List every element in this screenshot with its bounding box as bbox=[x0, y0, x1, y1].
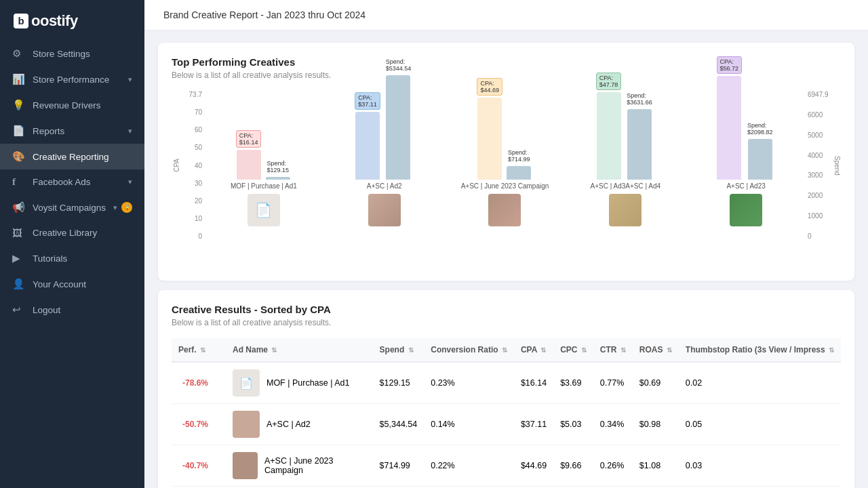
cpa-bar-2: CPA:$37.11 bbox=[355, 92, 380, 180]
creative-results-subtitle: Below is a list of all creative analysis… bbox=[172, 318, 841, 327]
perf-badge: -50.7% bbox=[178, 418, 212, 430]
sidebar-item-creative-library[interactable]: 🖼 Creative Library bbox=[0, 220, 144, 245]
conversion-cell: 0.22% bbox=[424, 445, 514, 487]
reports-icon: 📄 bbox=[12, 125, 26, 137]
logout-icon: ↩ bbox=[12, 304, 26, 316]
sidebar-item-label: Revenue Drivers bbox=[33, 100, 132, 110]
chart-bars-container: CPA:$16.14 Spend:$129.15 MOF | Purchase … bbox=[205, 91, 805, 267]
thumbstop-cell: 0.03 bbox=[679, 445, 841, 487]
chart-group-5: CPA:$56.72 Spend:$2098.82 A+SC | Ad23 bbox=[687, 58, 805, 226]
chart-group-4: CPA:$47.78 Spend:$3631.66 A+SC | Ad3A+SC… bbox=[566, 58, 684, 226]
perf-cell: -40.7% bbox=[172, 445, 226, 487]
sidebar-item-store-performance[interactable]: 📊 Store Performance ▾ bbox=[0, 66, 144, 92]
chart-thumb-4 bbox=[609, 194, 642, 226]
store-performance-icon: 📊 bbox=[12, 73, 26, 85]
cpc-cell: $5.03 bbox=[553, 404, 593, 445]
cpa-bar-3: CPA:$44.69 bbox=[477, 78, 502, 180]
sidebar-item-creative-reporting[interactable]: 🎨 Creative Reporting bbox=[0, 144, 144, 169]
col-roas[interactable]: ROAS ⇅ bbox=[633, 338, 679, 362]
chart-group-1: CPA:$16.14 Spend:$129.15 MOF | Purchase … bbox=[205, 58, 323, 226]
cpc-cell: $3.69 bbox=[553, 362, 593, 404]
logo-text: oostify bbox=[31, 12, 78, 30]
chart-group-2: CPA:$37.11 Spend:$5344.54 A+SC | Ad2 bbox=[326, 58, 443, 226]
store-settings-icon: ⚙ bbox=[12, 47, 26, 60]
col-spend[interactable]: Spend ⇅ bbox=[373, 338, 425, 362]
col-cpa[interactable]: CPA ⇅ bbox=[514, 338, 553, 362]
cpa-bar-4: CPA:$47.78 bbox=[596, 73, 622, 180]
sidebar-item-your-account[interactable]: 👤 Your Account bbox=[0, 271, 144, 297]
sidebar-item-label: Creative Reporting bbox=[33, 152, 132, 162]
sidebar-item-tutorials[interactable]: ▶ Tutorials bbox=[0, 245, 144, 271]
y-axis: 73.7 70 60 50 40 30 20 10 0 bbox=[182, 91, 202, 240]
conversion-cell: 0.23% bbox=[424, 362, 514, 404]
chart-group-label-3: A+SC | June 2023 Campaign bbox=[461, 182, 549, 190]
sidebar-item-facebook-ads[interactable]: f Facebook Ads ▾ bbox=[0, 169, 144, 195]
table-row: -50.7% A+SC | Ad2 $5,344.54 0.14% $37.11… bbox=[172, 404, 841, 445]
chart-group-label-2: A+SC | Ad2 bbox=[367, 182, 402, 190]
top-creatives-card: Top Performing Creatives Below is a list… bbox=[158, 43, 854, 281]
sidebar-item-revenue-drivers[interactable]: 💡 Revenue Drivers bbox=[0, 92, 144, 118]
main-content: Brand Creative Report - Jan 2023 thru Oc… bbox=[144, 0, 868, 488]
roas-cell: $0.69 bbox=[633, 362, 679, 404]
ad-name-cell: A+SC | June 2023 Campaign bbox=[226, 445, 373, 487]
sidebar-item-label: Store Performance bbox=[33, 75, 128, 85]
chart-group-label-5: A+SC | Ad23 bbox=[726, 182, 765, 190]
sidebar-nav: ⚙ Store Settings 📊 Store Performance ▾ 💡… bbox=[0, 41, 144, 488]
roas-cell: $1.08 bbox=[633, 445, 679, 487]
sort-icon: ⇅ bbox=[667, 346, 672, 354]
y-axis-label: CPA bbox=[172, 159, 180, 172]
sidebar-item-label: Creative Library bbox=[33, 228, 132, 238]
sidebar-item-store-settings[interactable]: ⚙ Store Settings bbox=[0, 41, 144, 66]
table-row: -78.6% 📄 MOF | Purchase | Ad1 $129.15 0.… bbox=[172, 362, 841, 404]
sidebar-item-label: Reports bbox=[33, 126, 128, 136]
ad-name-cell: 📄 MOF | Purchase | Ad1 bbox=[226, 362, 373, 404]
creative-library-icon: 🖼 bbox=[12, 227, 26, 239]
facebook-icon: f bbox=[12, 176, 26, 188]
sort-icon: ⇅ bbox=[502, 346, 507, 354]
col-conversion[interactable]: Conversion Ratio ⇅ bbox=[424, 338, 514, 362]
perf-cell: -50.7% bbox=[172, 404, 226, 445]
lock-icon: 🔒 bbox=[121, 202, 132, 213]
ad-name-cell: A+SC | Ad2 bbox=[226, 404, 373, 445]
ad-thumbnail: 📄 bbox=[233, 369, 260, 396]
spend-cell: $5,344.54 bbox=[373, 404, 425, 445]
chevron-down-icon: ▾ bbox=[128, 75, 132, 84]
sidebar: b oostify ⚙ Store Settings 📊 Store Perfo… bbox=[0, 0, 144, 488]
cpc-cell: $9.66 bbox=[553, 445, 593, 487]
sidebar-item-label: Tutorials bbox=[33, 253, 132, 264]
sidebar-item-voysit-campaigns[interactable]: 📢 Voysit Campaigns ▾ 🔒 bbox=[0, 195, 144, 220]
tutorials-icon: ▶ bbox=[12, 252, 26, 264]
ctr-cell: 0.26% bbox=[593, 445, 633, 487]
col-cpc[interactable]: CPC ⇅ bbox=[553, 338, 593, 362]
spend-bar-3: Spend:$714.99 bbox=[505, 148, 533, 180]
ad-name-text: MOF | Purchase | Ad1 bbox=[267, 378, 350, 388]
thumbstop-cell: 0.05 bbox=[679, 404, 841, 445]
cpa-cell: $37.11 bbox=[514, 404, 553, 445]
y2-axis-label: Spend bbox=[833, 156, 841, 176]
chart-thumb-1: 📄 bbox=[248, 194, 280, 226]
revenue-drivers-icon: 💡 bbox=[12, 99, 26, 111]
sidebar-item-logout[interactable]: ↩ Logout bbox=[0, 297, 144, 323]
perf-cell: -78.6% bbox=[172, 362, 226, 404]
roas-cell: $0.98 bbox=[633, 404, 679, 445]
sidebar-item-reports[interactable]: 📄 Reports ▾ bbox=[0, 118, 144, 144]
col-thumbstop[interactable]: Thumbstop Ratio (3s View / Impress ⇅ bbox=[679, 338, 841, 362]
col-ad-name[interactable]: Ad Name ⇅ bbox=[226, 338, 373, 362]
table-header-row: Perf. ⇅ Ad Name ⇅ Spend ⇅ Conversion Rat… bbox=[172, 338, 841, 362]
logo: b oostify bbox=[0, 0, 144, 41]
col-ctr[interactable]: CTR ⇅ bbox=[593, 338, 633, 362]
results-table: Perf. ⇅ Ad Name ⇅ Spend ⇅ Conversion Rat… bbox=[172, 338, 841, 488]
page-header: Brand Creative Report - Jan 2023 thru Oc… bbox=[144, 0, 868, 30]
ad-name-text: A+SC | June 2023 Campaign bbox=[264, 456, 366, 475]
thumbstop-cell: 0.02 bbox=[679, 362, 841, 404]
spend-bar-5: Spend:$2098.82 bbox=[745, 121, 776, 180]
col-perf[interactable]: Perf. ⇅ bbox=[172, 338, 226, 362]
sidebar-item-label: Logout bbox=[33, 305, 132, 315]
creative-results-title: Creative Results - Sorted by CPA bbox=[172, 304, 841, 315]
chevron-down-icon: ▾ bbox=[113, 203, 117, 212]
sidebar-item-label: Facebook Ads bbox=[33, 177, 128, 187]
sidebar-item-label: Your Account bbox=[33, 279, 132, 289]
ad-name-text: A+SC | Ad2 bbox=[267, 420, 311, 429]
spend-bar-2: Spend:$5344.54 bbox=[383, 57, 414, 180]
logo-icon: b bbox=[14, 14, 28, 28]
